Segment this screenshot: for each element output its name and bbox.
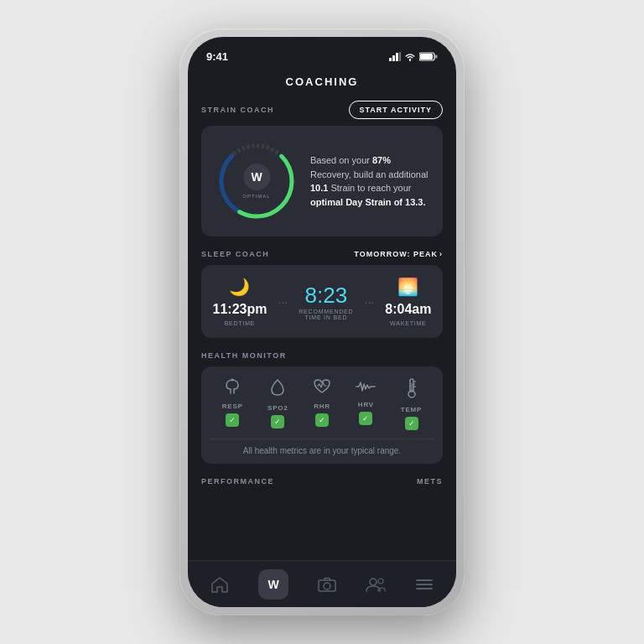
bedtime-label: BEDTIME <box>225 320 256 326</box>
bedtime-icon: 🌙 <box>229 277 250 297</box>
nav-item-home[interactable] <box>204 573 236 596</box>
spo2-label: SpO2 <box>267 404 288 412</box>
svg-point-20 <box>378 579 383 584</box>
sleep-coach-label: SLEEP COACH <box>201 250 269 258</box>
optimal-strain-text: optimal Day Strain of 13.3. <box>310 197 426 207</box>
nav-item-whoop[interactable]: W <box>252 566 295 603</box>
rhr-check: ✓ <box>315 413 329 427</box>
notch <box>267 37 377 59</box>
coaching-header: COACHING <box>188 67 456 94</box>
strain-coach-card: W OPTIMAL Based on your 87% Recovery, bu… <box>201 126 443 236</box>
svg-rect-2 <box>396 53 398 61</box>
screen-content: COACHING STRAIN COACH START ACTIVITY <box>188 67 456 607</box>
main-scroll[interactable]: STRAIN COACH START ACTIVITY <box>188 94 456 560</box>
resp-check: ✓ <box>226 413 239 427</box>
performance-label: PERFORMANCE <box>201 477 274 486</box>
recommended-time-label: RECOMMENDEDTIME IN BED <box>299 309 353 320</box>
sleep-coach-section-header: SLEEP COACH TOMORROW: PEAK › <box>201 250 443 258</box>
mets-label: METS <box>417 477 443 486</box>
metric-hrv: HRV ✓ <box>356 378 376 430</box>
bedtime-value: 11:23pm <box>213 302 267 317</box>
health-metrics-row: RESP ✓ SpO2 ✓ <box>210 378 434 430</box>
spo2-check: ✓ <box>271 415 284 428</box>
svg-rect-0 <box>389 58 392 61</box>
chevron-right-icon: › <box>439 250 443 258</box>
performance-section-header: PERFORMANCE METS <box>201 477 443 486</box>
battery-icon <box>419 52 438 61</box>
wifi-icon <box>404 52 416 61</box>
status-time: 9:41 <box>206 50 228 63</box>
health-status-text: All health metrics are in your typical r… <box>210 439 434 455</box>
menu-icon <box>415 578 434 591</box>
sleep-coach-card: 🌙 11:23pm BEDTIME ··· 8:23 RECOMMENDEDTI… <box>201 265 443 338</box>
signal-icon <box>389 52 401 61</box>
gauge-w-logo: W <box>243 164 270 190</box>
svg-rect-3 <box>399 52 401 61</box>
rhr-label: RHR <box>314 402 330 410</box>
strain-coach-section-header: STRAIN COACH START ACTIVITY <box>201 101 443 119</box>
phone-frame: 9:41 <box>179 29 465 615</box>
sleep-dots-right: ··· <box>365 295 375 309</box>
recommended-time-item: 8:23 RECOMMENDEDTIME IN BED <box>299 283 353 320</box>
strain-text-content: Based on your 87% Recovery, build an add… <box>310 153 429 209</box>
phone-screen: 9:41 <box>188 37 456 607</box>
strain-coach-label: STRAIN COACH <box>201 106 274 114</box>
waketime-label: WAKETIME <box>390 320 426 326</box>
hrv-check: ✓ <box>359 412 372 425</box>
strain-description: Based on your 87% Recovery, build an add… <box>310 153 429 209</box>
svg-point-18 <box>324 583 330 589</box>
health-monitor-section-header: HEALTH MONITOR <box>201 351 443 360</box>
metric-rhr: RHR ✓ <box>313 378 331 430</box>
svg-rect-13 <box>411 383 412 391</box>
svg-rect-1 <box>392 55 395 61</box>
resp-label: RESP <box>222 402 243 410</box>
recovery-percent: 87% <box>372 155 391 165</box>
metric-resp: RESP ✓ <box>222 378 243 430</box>
metric-temp: TEMP ✓ <box>401 378 422 430</box>
bedtime-item: 🌙 11:23pm BEDTIME <box>213 277 267 326</box>
svg-rect-5 <box>420 54 433 60</box>
nav-item-team[interactable] <box>359 574 392 595</box>
gauge-center: W OPTIMAL <box>242 164 270 199</box>
temp-icon <box>406 378 418 402</box>
metric-spo2: SpO2 ✓ <box>267 378 288 430</box>
start-activity-button[interactable]: START ACTIVITY <box>349 101 444 119</box>
svg-point-10 <box>231 379 234 382</box>
health-monitor-label: HEALTH MONITOR <box>201 351 287 360</box>
rhr-icon <box>313 378 331 399</box>
svg-rect-6 <box>435 55 438 58</box>
additional-strain: 10.1 <box>310 183 328 193</box>
spo2-icon <box>269 378 286 401</box>
header-title: COACHING <box>286 75 359 88</box>
waketime-item: 🌅 8:04am WAKETIME <box>385 277 431 326</box>
hrv-icon <box>356 378 376 397</box>
whoop-active-indicator: W <box>258 569 288 600</box>
health-monitor-card: RESP ✓ SpO2 ✓ <box>201 366 443 464</box>
whoop-w-icon: W <box>268 578 279 591</box>
waketime-icon: 🌅 <box>397 277 418 297</box>
bottom-nav: W <box>188 560 456 607</box>
home-icon <box>210 576 229 593</box>
team-icon <box>366 577 386 592</box>
temp-check: ✓ <box>405 417 418 430</box>
status-icons <box>389 52 438 61</box>
waketime-value: 8:04am <box>385 302 431 317</box>
gauge-optimal-label: OPTIMAL <box>242 194 270 199</box>
sleep-dots-left: ··· <box>278 295 288 309</box>
nav-item-camera[interactable] <box>311 574 343 595</box>
temp-label: TEMP <box>401 406 422 413</box>
tomorrow-peak-link[interactable]: TOMORROW: PEAK › <box>354 250 443 258</box>
svg-point-19 <box>370 579 377 585</box>
camera-icon <box>318 577 336 592</box>
nav-item-menu[interactable] <box>408 574 440 595</box>
resp-icon <box>223 378 242 399</box>
recommended-time-value: 8:23 <box>305 283 348 309</box>
hrv-label: HRV <box>358 401 374 408</box>
strain-gauge: W OPTIMAL <box>215 139 299 223</box>
